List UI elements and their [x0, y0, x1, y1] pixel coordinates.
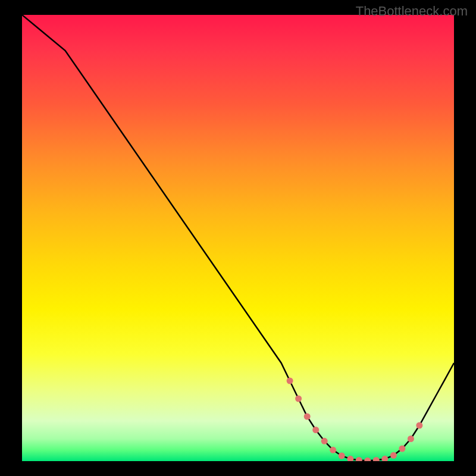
curve-marker [399, 446, 405, 452]
curve-marker [364, 458, 371, 461]
chart-area [22, 15, 454, 461]
watermark-text: TheBottleneck.com [356, 4, 468, 19]
curve-marker [295, 396, 302, 402]
bottleneck-curve [22, 15, 454, 461]
curve-marker [408, 436, 414, 442]
curve-marker [339, 453, 345, 459]
curve-marker [356, 457, 362, 461]
chart-svg [22, 15, 454, 461]
curve-marker [321, 438, 328, 444]
curve-marker [373, 457, 380, 461]
curve-marker [347, 456, 353, 461]
curve-marker [304, 414, 311, 420]
curve-marker [330, 447, 336, 453]
curve-layer [22, 15, 454, 461]
curve-marker [381, 456, 388, 461]
marker-layer [287, 378, 423, 462]
curve-marker [416, 422, 422, 429]
curve-marker [390, 452, 397, 459]
curve-marker [312, 427, 319, 433]
curve-marker [287, 378, 293, 384]
